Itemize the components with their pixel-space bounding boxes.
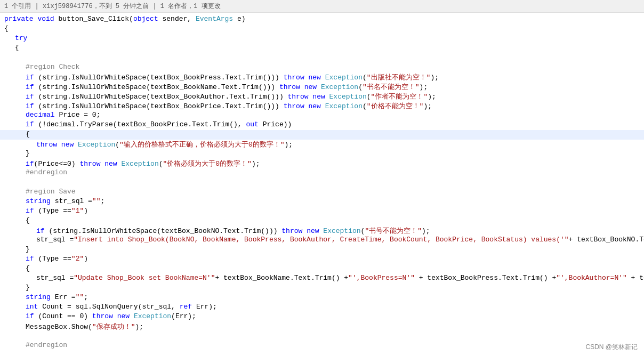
code-container: private void button_Save_Click( object s… xyxy=(0,13,644,356)
code-line-highlighted: { xyxy=(0,130,644,140)
code-line: int Count = sql.SqlNonQuery(str_sql, ref… xyxy=(0,303,644,312)
header-text: 1 个引用 | x1xj598941776，不到 5 分钟之前 | 1 名作者，… xyxy=(4,3,221,10)
code-line: if (!decimal.TryParse(textBox_BookPrice.… xyxy=(0,120,644,130)
code-line: { xyxy=(0,25,644,34)
keyword-private: private xyxy=(4,15,34,23)
code-line: throw new Exception ( "输入的价格格式不正确，价格必须为大… xyxy=(0,140,644,149)
code-line: #region Save xyxy=(0,188,644,197)
code-line: #endregion xyxy=(0,168,644,178)
code-line: } xyxy=(0,284,644,293)
code-line: } xyxy=(0,245,644,255)
code-line: { xyxy=(0,44,644,53)
header-bar: 1 个引用 | x1xj598941776，不到 5 分钟之前 | 1 名作者，… xyxy=(0,0,644,13)
code-line: str_sql = "Update Shop_Book set BookName… xyxy=(0,274,644,284)
code-line: { xyxy=(0,216,644,226)
code-line: { xyxy=(0,264,644,274)
code-line: if (string.IsNullOrWhiteSpace(textBox_Bo… xyxy=(0,226,644,236)
code-line: } xyxy=(0,149,644,159)
keyword-void: void xyxy=(37,15,54,23)
code-line: #region Check xyxy=(0,63,644,72)
keyword-try: try xyxy=(15,34,27,42)
code-line: string Err = "" ; xyxy=(0,293,644,303)
code-line: string str_sql = "" ; xyxy=(0,197,644,207)
type-eventargs: EventArgs xyxy=(196,15,233,23)
code-line: if (Type == "1" ) xyxy=(0,207,644,216)
code-line: if (string.IsNullOrWhiteSpace(textBox_Bo… xyxy=(0,92,644,101)
keyword-object: object xyxy=(133,15,158,23)
code-line xyxy=(0,178,644,188)
code-line: #endregion xyxy=(0,341,644,351)
code-line: if (string.IsNullOrWhiteSpace(textBox_Bo… xyxy=(0,72,644,82)
code-line: if (Price<=0) throw new Exception ( "价格必… xyxy=(0,159,644,168)
code-line: if (Type == "2" ) xyxy=(0,255,644,264)
code-line: decimal Price = 0; xyxy=(0,111,644,120)
watermark: CSDN @笑林新记 xyxy=(585,343,638,352)
code-line: try xyxy=(0,34,644,44)
code-line: str_sql = "Insert into Shop_Book(BookNO,… xyxy=(0,236,644,245)
code-line: if (Count == 0) throw new Exception (Err… xyxy=(0,312,644,322)
code-line xyxy=(0,351,644,356)
code-line: MessageBox.Show( "保存成功！" ); xyxy=(0,322,644,331)
code-line: if (string.IsNullOrWhiteSpace(textBox_Bo… xyxy=(0,82,644,92)
code-line: private void button_Save_Click( object s… xyxy=(0,15,644,25)
code-line xyxy=(0,53,644,63)
code-line xyxy=(0,331,644,341)
code-line: if (string.IsNullOrWhiteSpace(textBox_Bo… xyxy=(0,101,644,111)
